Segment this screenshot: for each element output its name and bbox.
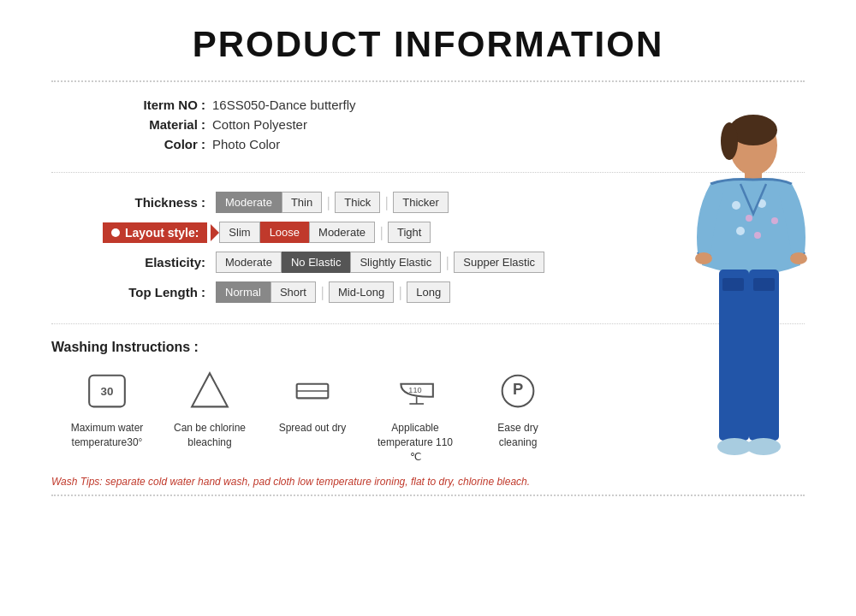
- model-image: [659, 94, 839, 590]
- spread-dry-icon: [289, 367, 336, 414]
- spread-dry-item: Spread out dry: [274, 367, 351, 435]
- item-no-value: 16SS050-Dance butterfly: [212, 98, 356, 112]
- thickness-options: Moderate Thin ❘ Thick ❘ Thicker: [216, 192, 449, 213]
- top-length-short[interactable]: Short: [270, 281, 316, 303]
- iron-temp-item: 110 Applicable temperature 110 ℃: [377, 367, 454, 464]
- bleach-icon: [187, 367, 234, 414]
- elasticity-label: Elasticity:: [103, 255, 205, 270]
- top-length-normal[interactable]: Normal: [216, 281, 270, 303]
- radio-dot-icon: [111, 228, 120, 237]
- svg-marker-2: [192, 373, 228, 406]
- material-value: Cotton Polyester: [212, 117, 307, 132]
- arrow-right-icon: [211, 224, 219, 241]
- svg-point-27: [746, 438, 781, 455]
- svg-rect-22: [719, 270, 749, 441]
- elasticity-slightly[interactable]: Slightly Elastic: [350, 252, 441, 273]
- svg-point-18: [736, 227, 745, 235]
- svg-text:30: 30: [101, 385, 114, 398]
- elasticity-moderate[interactable]: Moderate: [216, 252, 282, 273]
- svg-rect-24: [722, 278, 744, 291]
- layout-style-label: Layout style:: [125, 226, 199, 240]
- iron-temp-label: Applicable temperature 110 ℃: [377, 421, 454, 464]
- item-no-label: Iterm NO :: [120, 98, 205, 112]
- thickness-thicker[interactable]: Thicker: [393, 192, 449, 213]
- thickness-thin[interactable]: Thin: [282, 192, 322, 213]
- wash-temp-icon: 30: [84, 367, 131, 414]
- top-length-options: Normal Short ❘ Mid-Long ❘ Long: [216, 281, 450, 303]
- wash-temp-item: 30 Maximum water temperature30°: [68, 367, 146, 450]
- color-value: Photo Color: [212, 137, 280, 151]
- svg-point-21: [790, 252, 807, 264]
- ease-dry-label: Ease dry cleaning: [479, 421, 556, 450]
- layout-tight[interactable]: Tight: [388, 222, 431, 243]
- svg-point-15: [746, 215, 752, 222]
- elasticity-no-elastic[interactable]: No Elastic: [282, 252, 351, 273]
- top-length-label: Top Length :: [103, 285, 205, 299]
- svg-point-17: [771, 217, 778, 224]
- svg-text:P: P: [513, 380, 523, 398]
- spread-dry-label: Spread out dry: [279, 421, 347, 435]
- svg-point-14: [732, 201, 740, 210]
- svg-point-19: [754, 232, 761, 239]
- elasticity-options: Moderate No Elastic Slightly Elastic ❘ S…: [216, 252, 544, 273]
- svg-point-20: [695, 252, 712, 264]
- svg-text:110: 110: [408, 385, 421, 394]
- layout-moderate[interactable]: Moderate: [309, 222, 375, 243]
- svg-rect-25: [753, 278, 775, 291]
- top-length-long[interactable]: Long: [407, 281, 450, 303]
- layout-loose[interactable]: Loose: [260, 222, 309, 243]
- elasticity-supper[interactable]: Supper Elastic: [454, 252, 544, 273]
- page-title: PRODUCT INFORMATION: [0, 0, 856, 80]
- color-label: Color :: [120, 137, 205, 151]
- ease-dry-icon: P: [495, 367, 542, 414]
- thickness-label: Thickness :: [103, 195, 205, 210]
- ease-dry-item: P Ease dry cleaning: [479, 367, 556, 450]
- thickness-moderate[interactable]: Moderate: [216, 192, 282, 213]
- wash-temp-label: Maximum water temperature30°: [68, 421, 146, 450]
- layout-style-label-box: Layout style:: [103, 222, 207, 243]
- material-label: Material :: [120, 117, 205, 132]
- layout-slim[interactable]: Slim: [219, 222, 259, 243]
- svg-point-12: [721, 122, 738, 160]
- iron-temp-icon: 110: [392, 367, 439, 414]
- bleach-item: Can be chlorine bleaching: [171, 367, 248, 450]
- bleach-label: Can be chlorine bleaching: [171, 421, 248, 450]
- thickness-thick[interactable]: Thick: [335, 192, 380, 213]
- top-length-mid-long[interactable]: Mid-Long: [329, 281, 394, 303]
- layout-options: Slim Loose Moderate ❘ Tight: [219, 222, 431, 243]
- svg-rect-23: [749, 270, 779, 441]
